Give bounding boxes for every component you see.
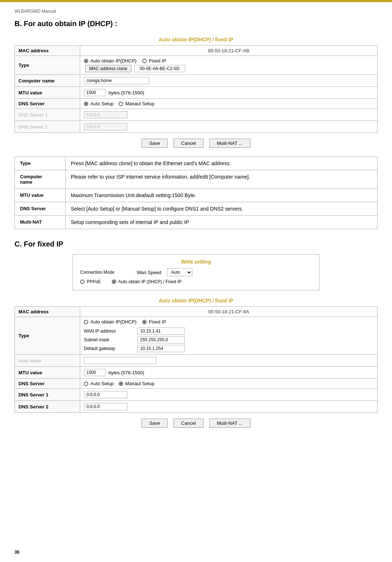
fixed-dns-row: DNS Server Auto Setup Manaul Setup (15, 379, 377, 389)
mtu-cell: bytes (576-1500) (80, 87, 377, 99)
fixed-radio-label: Fixed IP (149, 58, 166, 64)
page-number: 36 (15, 550, 19, 555)
button-row-2: Save Cancel Multi-NAT ... (15, 419, 377, 428)
dns-server-cell: Auto Setup Manaul Setup (80, 99, 377, 109)
pppoe-radio[interactable]: PPPoE (80, 279, 101, 284)
section-c-heading: C. For fixed IP (15, 240, 377, 248)
fixed-dhcp-radio-item[interactable]: Auto obtain IP(DHCP) (84, 319, 136, 325)
fixed-dns-auto-radio[interactable]: Auto Setup (84, 381, 114, 386)
desc-multinat-label: Multi-NAT (15, 216, 66, 229)
fixed-type-label: Type (15, 317, 80, 355)
desc-dns-text: Select [Auto Setup] or [Manual Setup] to… (66, 202, 377, 216)
default-gateway-input[interactable] (138, 345, 185, 352)
mac-address-value: 00-50-18-21-CF-AB (80, 46, 377, 56)
host-name-label: Host name (15, 355, 80, 367)
desc-computer-row: Computername Please refer to your ISP in… (15, 170, 377, 189)
fixed-dns1-cell (80, 389, 377, 401)
dns-server-row: DNS Server Auto Setup Manaul Setup (15, 99, 377, 109)
desc-type-label: Type (15, 157, 66, 170)
fixed-dns-manual-radio[interactable]: Manaul Setup (119, 381, 154, 386)
fixed-mtu-hint: bytes (576-1500) (109, 370, 144, 375)
dns2-input[interactable] (84, 123, 127, 130)
mac-address-label: MAC address (15, 46, 80, 56)
fixed-type-cell: Auto obtain IP(DHCP) Fixed IP WAN IP add… (80, 317, 377, 355)
dns1-input[interactable] (84, 111, 127, 118)
multi-nat-button-2[interactable]: Multi-NAT ... (209, 419, 250, 428)
save-button-2[interactable]: Save (142, 419, 168, 428)
fixed-mac-value: 00-50-18-21-CF-8A (80, 307, 377, 317)
section-b-heading: B. For auto obtain IP (DHCP) : (15, 20, 377, 28)
wan-speed-label: Wan Speed (137, 270, 161, 275)
desc-mtu-text: Maximum Transmission Unit.deafault setti… (66, 189, 377, 202)
computer-name-row: Computer name (15, 75, 377, 87)
dhcp-radio-item[interactable]: Auto obtain IP(DHCP) (84, 58, 136, 64)
dhcp-fixed-radio-dot (112, 280, 116, 284)
fixed-mac-row: MAC address 00-50-18-21-CF-8A (15, 307, 377, 317)
computer-name-input[interactable] (84, 77, 149, 84)
mac-clone-input[interactable] (134, 65, 185, 72)
multi-nat-button[interactable]: Multi-NAT ... (209, 139, 250, 148)
pppoe-label: PPPoE (87, 279, 101, 284)
dns2-row: DNS Server 2 (15, 121, 377, 133)
fixed-mac-label: MAC address (15, 307, 80, 317)
fixed-fixed-radio-dot (142, 320, 147, 324)
fixed-fixed-radio-item[interactable]: Fixed IP (142, 319, 166, 325)
cancel-button-2[interactable]: Cancel (173, 419, 203, 428)
dns-auto-radio[interactable]: Auto Setup (84, 101, 114, 106)
dhcp-table-title: Auto obtain IP(DHCP) / fixed IP (15, 37, 377, 42)
desc-computer-label: Computername (15, 170, 66, 189)
mtu-hint: bytes (576-1500) (109, 90, 144, 95)
desc-mtu-label: MTU value (15, 189, 66, 202)
desc-computer-text: Please refer to your ISP internet servic… (66, 170, 377, 189)
dns1-row: DNS Server 1 (15, 109, 377, 121)
mtu-input[interactable] (84, 89, 106, 96)
wan-setting-box: WAN setting Connection Mode Wan Speed Au… (73, 254, 319, 290)
mac-clone-button[interactable]: MAC address clone (85, 65, 131, 72)
subnet-mask-input[interactable] (138, 336, 185, 343)
dns-manual-label: Manaul Setup (125, 101, 154, 106)
button-row: Save Cancel Multi-NAT ... (15, 139, 377, 148)
dns-manual-radio-dot (119, 102, 123, 106)
fixed-radio-dot (142, 59, 147, 63)
cancel-button[interactable]: Cancel (173, 139, 203, 148)
fixed-mtu-label: MTU value (15, 367, 80, 379)
mtu-label: MTU value (15, 87, 80, 99)
fixed-dhcp-radio-label: Auto obtain IP(DHCP) (90, 319, 136, 325)
subnet-mask-label: Subnet mask (84, 337, 135, 342)
desc-type-text: Press [MAC address clone] to obtain the … (66, 157, 377, 170)
default-gateway-label: Default gateway (84, 346, 135, 351)
dhcp-radio-dot (84, 59, 88, 63)
fixed-dhcp-radio-dot (84, 320, 88, 324)
fixed-dns2-label: DNS Server 2 (15, 401, 80, 413)
dhcp-fixed-label: Auto obtain IP (DHCP) / Fixed IP (118, 279, 182, 284)
fixed-radio-item[interactable]: Fixed IP (142, 58, 166, 64)
fixed-mtu-cell: bytes (576-1500) (80, 367, 377, 379)
wan-ip-input[interactable] (138, 327, 185, 335)
dns-server-label: DNS Server (15, 99, 80, 109)
host-name-cell (80, 355, 377, 367)
dhcp-fixed-radio[interactable]: Auto obtain IP (DHCP) / Fixed IP (112, 279, 182, 284)
save-button[interactable]: Save (142, 139, 168, 148)
dns-manual-radio[interactable]: Manaul Setup (119, 101, 154, 106)
fixed-fixed-radio-label: Fixed IP (149, 319, 166, 325)
mtu-row: MTU value bytes (576-1500) (15, 87, 377, 99)
fixed-dns2-input[interactable] (84, 403, 127, 410)
desc-type-row: Type Press [MAC address clone] to obtain… (15, 157, 377, 170)
type-row: Type Auto obtain IP(DHCP) Fixed IP (15, 56, 377, 75)
host-name-input[interactable] (84, 357, 156, 364)
computer-name-cell (80, 75, 377, 87)
fixed-dns1-label: DNS Server 1 (15, 389, 80, 401)
fixed-mtu-input[interactable] (84, 369, 106, 376)
mac-address-row: MAC address 00-50-18-21-CF-AB (15, 46, 377, 56)
pppoe-radio-dot (80, 280, 85, 284)
fixed-dns1-input[interactable] (84, 391, 127, 398)
wan-radio-row: PPPoE Auto obtain IP (DHCP) / Fixed IP (80, 279, 312, 284)
fixed-mtu-row: MTU value bytes (576-1500) (15, 367, 377, 379)
wan-connection-row: Connection Mode Wan Speed Auto (80, 268, 312, 276)
fixed-dns-cell: Auto Setup Manaul Setup (80, 379, 377, 389)
wan-speed-select[interactable]: Auto (167, 268, 192, 276)
fixed-dns-label: DNS Server (15, 379, 80, 389)
desc-dns-label: DNS Server (15, 202, 66, 216)
wan-connection-mode-label: Connection Mode (80, 270, 127, 275)
desc-multinat-text: Setup corresponding sets of internal IP … (66, 216, 377, 229)
